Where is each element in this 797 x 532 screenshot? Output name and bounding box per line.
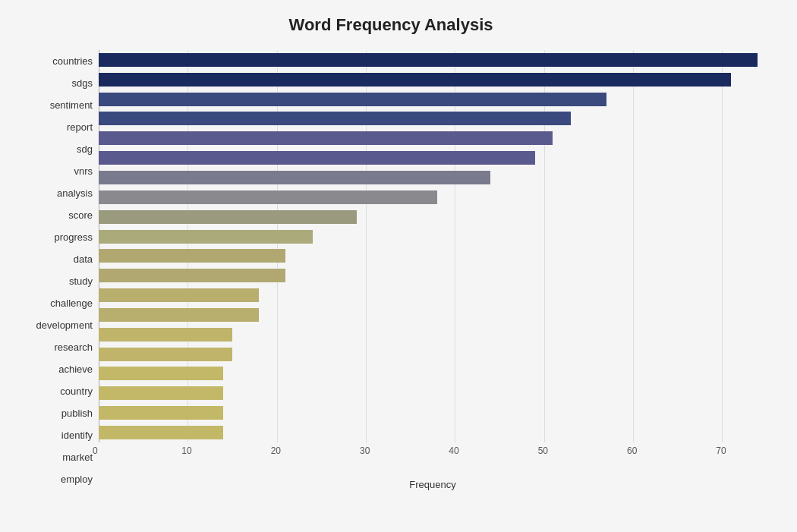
bar [99, 112, 571, 125]
y-label: analysis [15, 188, 93, 198]
grid-line [99, 50, 99, 442]
bar-row [99, 52, 767, 68]
bar-row [99, 209, 767, 225]
bar-row [99, 287, 767, 304]
bar [99, 249, 285, 263]
x-tick: 70 [716, 445, 726, 456]
y-label: achieve [15, 364, 93, 374]
y-label: employ [15, 474, 93, 484]
bar-row [99, 189, 767, 206]
y-label: progress [15, 232, 93, 242]
y-label: data [15, 254, 93, 264]
bar [99, 328, 232, 342]
bar [99, 131, 553, 145]
y-label: market [15, 452, 93, 462]
grid-line [633, 50, 634, 442]
bar-row [99, 424, 767, 441]
bar [99, 171, 490, 184]
bar [99, 406, 223, 420]
y-label: study [15, 276, 93, 286]
grid-line [722, 50, 723, 442]
bar [99, 308, 259, 322]
chart-area: countriessdgssentimentreportsdgvnrsanaly… [15, 50, 767, 490]
bar-row [99, 228, 767, 245]
bar [99, 190, 437, 204]
y-label: sdg [15, 144, 93, 154]
y-label: country [15, 386, 93, 396]
y-label: development [15, 320, 93, 330]
y-label: challenge [15, 298, 93, 308]
y-label: identify [15, 430, 93, 440]
bar-row [99, 71, 767, 88]
bar-row [99, 169, 767, 186]
x-tick: 60 [627, 445, 637, 456]
bar [99, 53, 758, 67]
bar-row [99, 267, 767, 284]
y-label: report [15, 122, 93, 132]
y-label: research [15, 342, 93, 352]
bar [99, 93, 606, 106]
x-tick: 50 [538, 445, 548, 456]
bar-row [99, 385, 767, 401]
x-tick: 40 [449, 445, 458, 456]
bar [99, 367, 223, 380]
x-tick: 20 [271, 445, 281, 456]
bar [99, 348, 232, 361]
bar [99, 269, 285, 282]
y-label: sentiment [15, 100, 93, 110]
bar-row [99, 110, 767, 127]
bar-row [99, 150, 767, 166]
y-label: score [15, 210, 93, 220]
x-axis-label: Frequency [99, 479, 767, 490]
bar-row [99, 130, 767, 146]
grid-line [544, 50, 545, 442]
grid-line [366, 50, 367, 442]
bar-row [99, 365, 767, 382]
chart-container: Word Frequency Analysis countriessdgssen… [0, 0, 797, 532]
chart-title: Word Frequency Analysis [15, 15, 767, 35]
grid-line [455, 50, 455, 442]
y-label: sdgs [15, 78, 93, 88]
bar-row [99, 405, 767, 421]
bar [99, 210, 357, 224]
bars-and-grid: 010203040506070 Frequency [99, 50, 767, 490]
bar [99, 73, 731, 87]
bar-row [99, 326, 767, 343]
bar [99, 386, 223, 400]
bar [99, 426, 223, 439]
y-labels: countriessdgssentimentreportsdgvnrsanaly… [15, 50, 99, 490]
bar-row [99, 307, 767, 323]
x-tick: 0 [93, 445, 98, 456]
x-tick: 10 [181, 445, 191, 456]
x-tick: 30 [360, 445, 370, 456]
bar-row [99, 346, 767, 363]
y-label: countries [15, 56, 93, 66]
grid-line [187, 50, 188, 442]
bar-row [99, 247, 767, 264]
bar [99, 151, 535, 165]
grid-line [277, 50, 278, 442]
bar [99, 230, 313, 244]
grid-and-bars [99, 50, 767, 442]
bar-row [99, 91, 767, 108]
x-axis-container: 010203040506070 [99, 445, 767, 461]
y-label: publish [15, 408, 93, 418]
bar [99, 288, 259, 302]
grid-lines [99, 50, 767, 442]
y-label: vnrs [15, 166, 93, 176]
